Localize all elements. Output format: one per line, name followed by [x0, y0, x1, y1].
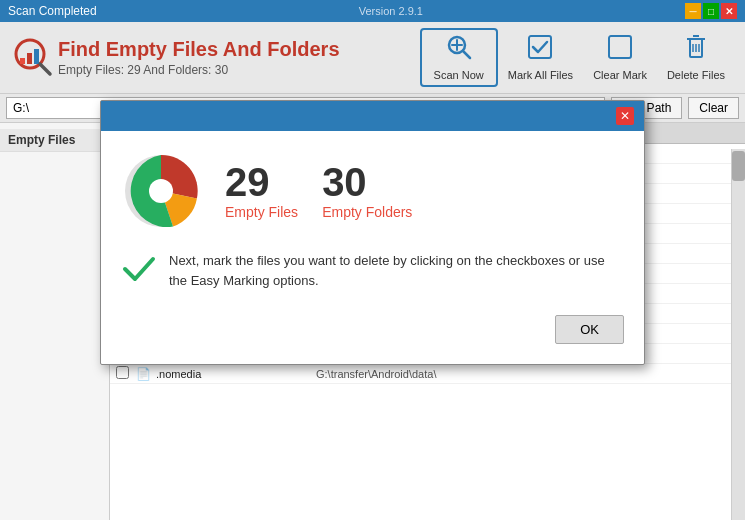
files-stat-block: 29 Empty Files	[225, 162, 298, 220]
dialog-message: Next, mark the files you want to delete …	[121, 251, 624, 295]
empty-files-label: Empty Files	[225, 204, 298, 220]
ok-button[interactable]: OK	[555, 315, 624, 344]
scan-complete-dialog: ✕	[100, 100, 645, 365]
empty-files-count: 29	[225, 162, 270, 202]
folders-stat-block: 30 Empty Folders	[322, 162, 412, 220]
dialog-body: 29 Empty Files 30 Empty Folders Next, ma…	[101, 131, 644, 364]
dialog-message-text: Next, mark the files you want to delete …	[169, 251, 624, 290]
dialog-close-button[interactable]: ✕	[616, 107, 634, 125]
dialog-stats: 29 Empty Files 30 Empty Folders	[121, 151, 624, 231]
empty-folders-count: 30	[322, 162, 367, 202]
empty-folders-label: Empty Folders	[322, 204, 412, 220]
pie-chart	[121, 151, 201, 231]
dialog-titlebar: ✕	[101, 101, 644, 131]
dialog-overlay: ✕	[0, 0, 745, 520]
dialog-footer: OK	[121, 315, 624, 344]
svg-point-18	[149, 179, 173, 203]
pie-chart-svg	[121, 151, 201, 231]
checkmark-icon	[121, 251, 157, 295]
